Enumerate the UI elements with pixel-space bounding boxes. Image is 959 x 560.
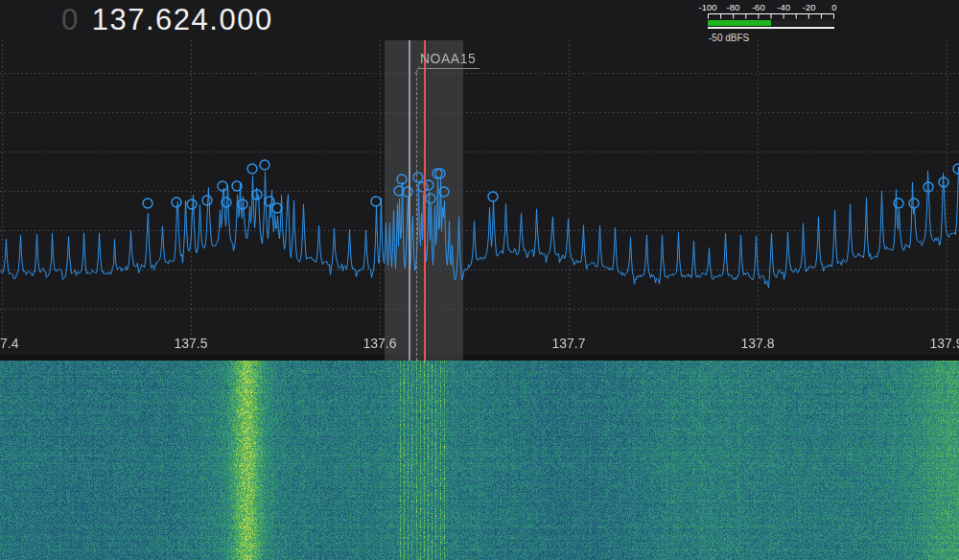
- bookmark-label-noaa15[interactable]: NOAA15: [418, 50, 480, 69]
- meter-baseline: [708, 27, 834, 29]
- meter-level-bar: [708, 20, 834, 26]
- frequency-dim-digit[interactable]: 0: [61, 3, 80, 36]
- bookmark-frequency-line: [416, 73, 417, 361]
- waterfall-canvas[interactable]: [0, 361, 959, 560]
- sdr-app-window: 0137.624.000 -100 -80 -60 -40 -20 0 -50 …: [0, 0, 959, 560]
- meter-tick-label: -60: [752, 2, 765, 12]
- vfo-center-line: [409, 40, 410, 361]
- meter-tick-label: -20: [803, 2, 816, 12]
- axis-label-137-9: 137.9: [925, 336, 959, 351]
- tuning-line[interactable]: [424, 40, 426, 361]
- axis-label-137-7: 137.7: [548, 336, 590, 351]
- axis-label-137-8: 137.8: [737, 336, 779, 351]
- meter-tick-label: -40: [777, 2, 790, 12]
- meter-tick-label: 0: [831, 2, 836, 12]
- bookmark-label-text[interactable]: NOAA15: [418, 51, 480, 69]
- meter-scale-ticks: [708, 13, 834, 19]
- spectrum-panel: NOAA15 137.4 137.5 137.6 137.7 137.8 137…: [0, 40, 959, 361]
- frequency-value[interactable]: 137.624.000: [92, 3, 273, 36]
- spectrum-canvas[interactable]: [0, 40, 959, 361]
- axis-label-137-5: 137.5: [170, 336, 212, 351]
- meter-tick-labels: -100 -80 -60 -40 -20 0: [708, 2, 834, 12]
- axis-label-137-6: 137.6: [359, 336, 401, 351]
- axis-label-137-4: 137.4: [0, 336, 23, 351]
- frequency-display[interactable]: 0137.624.000: [61, 3, 273, 37]
- meter-tick-label: -100: [698, 2, 716, 12]
- meter-tick-label: -80: [727, 2, 740, 12]
- signal-meter: -100 -80 -60 -40 -20 0 -50 dBFS: [703, 2, 837, 43]
